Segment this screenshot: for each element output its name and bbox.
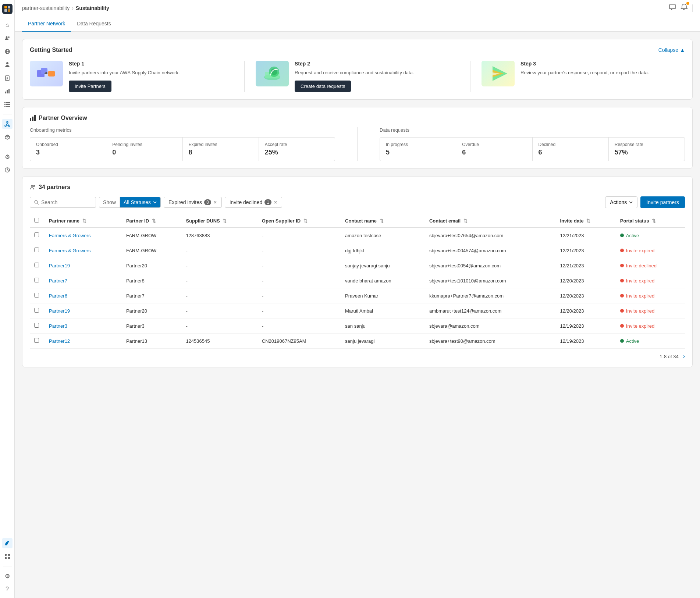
metric-pending: Pending invites 0: [106, 138, 182, 161]
row-checkbox-6[interactable]: [30, 318, 45, 334]
col-contact-name[interactable]: Contact name ⇅: [341, 214, 425, 228]
status-badge-5: Invite expired: [620, 308, 681, 314]
row-checkbox-7[interactable]: [30, 334, 45, 349]
row-select-1[interactable]: [34, 248, 39, 252]
step3-image: [482, 61, 515, 86]
invite-partners-button[interactable]: Invite partners: [640, 196, 685, 208]
users-icon[interactable]: [2, 33, 13, 43]
expired-invites-badge: 8: [204, 199, 211, 205]
person-icon[interactable]: [2, 60, 13, 70]
data-requests-section-label: Data requests: [380, 127, 685, 133]
row-select-4[interactable]: [34, 293, 39, 298]
row-select-7[interactable]: [34, 338, 39, 343]
row-checkbox-4[interactable]: [30, 288, 45, 303]
getting-started-header: Getting Started Collapse ▲: [30, 47, 685, 53]
actions-button[interactable]: Actions: [605, 196, 637, 208]
col-partner-name[interactable]: Partner name ⇅: [45, 214, 122, 228]
expired-invites-filter[interactable]: Expired invites 8: [164, 197, 222, 208]
status-badge-6: Invite expired: [620, 323, 681, 329]
pagination-next-icon[interactable]: ›: [683, 353, 685, 360]
bottom-settings-icon[interactable]: ⚙: [2, 571, 13, 581]
invite-declined-filter[interactable]: Invite declined 1: [225, 197, 282, 208]
row-contact-name-7: sanju jevaragi: [341, 334, 425, 349]
search-input[interactable]: [41, 199, 89, 205]
col-open-supplier-id[interactable]: Open Supplier ID ⇅: [257, 214, 341, 228]
help-icon[interactable]: ?: [2, 584, 13, 594]
row-checkbox-5[interactable]: [30, 303, 45, 318]
data-request-metrics-row: In progress 5 Overdue 6 Declined 6 Res: [380, 137, 685, 161]
row-portal-status-7: Active: [616, 334, 685, 349]
col-partner-id[interactable]: Partner ID ⇅: [122, 214, 181, 228]
tab-partner-network[interactable]: Partner Network: [22, 16, 71, 32]
step1-content: Step 1 Invite partners into your AWS Sup…: [69, 61, 233, 92]
row-select-2[interactable]: [34, 263, 39, 267]
sidebar: ⌂: [0, 0, 15, 598]
clipboard-icon[interactable]: [2, 73, 13, 83]
partner-link-7[interactable]: Partner12: [49, 338, 70, 344]
partner-link-0[interactable]: Farmers & Growers: [49, 233, 90, 238]
partner-link-1[interactable]: Farmers & Growers: [49, 248, 90, 253]
svg-point-24: [5, 125, 6, 127]
row-contact-email-3: sbjevara+test101010@amazon.com: [425, 273, 556, 288]
row-select-5[interactable]: [34, 308, 39, 313]
getting-started-title: Getting Started: [30, 47, 72, 53]
metric-declined-label: Declined: [539, 142, 603, 147]
select-all-header[interactable]: [30, 214, 45, 228]
row-invite-date-7: 12/19/2023: [555, 334, 615, 349]
row-checkbox-2[interactable]: [30, 258, 45, 273]
table-row: Partner7 Partner8 - - vande bharat amazo…: [30, 273, 685, 288]
chart-bar-icon[interactable]: [2, 86, 13, 96]
apps-grid-icon[interactable]: [2, 551, 13, 562]
leaf-icon[interactable]: [2, 538, 13, 548]
select-all-checkbox[interactable]: [34, 218, 39, 223]
cube-icon[interactable]: [2, 132, 13, 142]
search-box[interactable]: [30, 197, 96, 208]
tab-data-requests[interactable]: Data Requests: [71, 16, 117, 32]
settings-icon[interactable]: ⚙: [2, 152, 13, 162]
partner-link-3[interactable]: Partner7: [49, 278, 67, 284]
status-badge-7: Active: [620, 338, 681, 344]
step2-image: [256, 61, 289, 86]
list-icon[interactable]: [2, 99, 13, 110]
svg-rect-20: [6, 104, 10, 105]
metric-onboarded-label: Onboarded: [36, 142, 100, 147]
col-contact-email[interactable]: Contact email ⇅: [425, 214, 556, 228]
row-invite-date-2: 12/21/2023: [555, 258, 615, 273]
row-checkbox-3[interactable]: [30, 273, 45, 288]
metric-expired-invites: Expired invites 8: [183, 138, 259, 161]
step2-desc: Request and receive compliance and susta…: [295, 70, 459, 76]
row-select-6[interactable]: [34, 323, 39, 328]
metric-declined-value: 6: [539, 149, 603, 156]
globe-icon[interactable]: [2, 46, 13, 57]
partner-link-2[interactable]: Partner19: [49, 263, 70, 268]
col-supplier-duns[interactable]: Supplier DUNS ⇅: [181, 214, 257, 228]
step3: Step 3 Review your partner's response, r…: [482, 61, 685, 86]
collapse-button[interactable]: Collapse ▲: [658, 47, 685, 53]
row-invite-date-0: 12/21/2023: [555, 228, 615, 243]
create-data-requests-button[interactable]: Create data requests: [295, 81, 351, 92]
invite-partners-step-button[interactable]: Invite Partners: [69, 81, 111, 92]
row-open-supplier-id-7: CN2019067NZ95AM: [257, 334, 341, 349]
notification-icon[interactable]: [681, 3, 688, 13]
show-statuses-filter[interactable]: Show All Statuses: [99, 197, 161, 208]
metrics-section-divider: [357, 127, 358, 161]
partner-link-6[interactable]: Partner3: [49, 323, 67, 329]
onboarding-metrics-group: Onboarding metrics Onboarded 3 Pending i…: [30, 127, 335, 161]
partner-link-5[interactable]: Partner19: [49, 308, 70, 314]
all-statuses-dropdown[interactable]: All Statuses: [120, 197, 160, 207]
col-portal-status[interactable]: Portal status ⇅: [616, 214, 685, 228]
row-checkbox-1[interactable]: [30, 243, 45, 258]
row-select-3[interactable]: [34, 278, 39, 282]
row-checkbox-0[interactable]: [30, 228, 45, 243]
clock-icon[interactable]: [2, 165, 13, 175]
row-select-0[interactable]: [34, 232, 39, 237]
svg-line-27: [7, 123, 8, 125]
home-icon[interactable]: ⌂: [2, 20, 13, 30]
row-contact-email-4: kkumapra+Partner7@amazon.com: [425, 288, 556, 303]
partner-link-4[interactable]: Partner6: [49, 293, 67, 299]
search-icon: [34, 200, 39, 205]
row-partner-name-0: Farmers & Growers: [45, 228, 122, 243]
chat-icon[interactable]: [669, 3, 676, 13]
network-icon[interactable]: [2, 119, 13, 129]
col-invite-date[interactable]: Invite date ⇅: [555, 214, 615, 228]
